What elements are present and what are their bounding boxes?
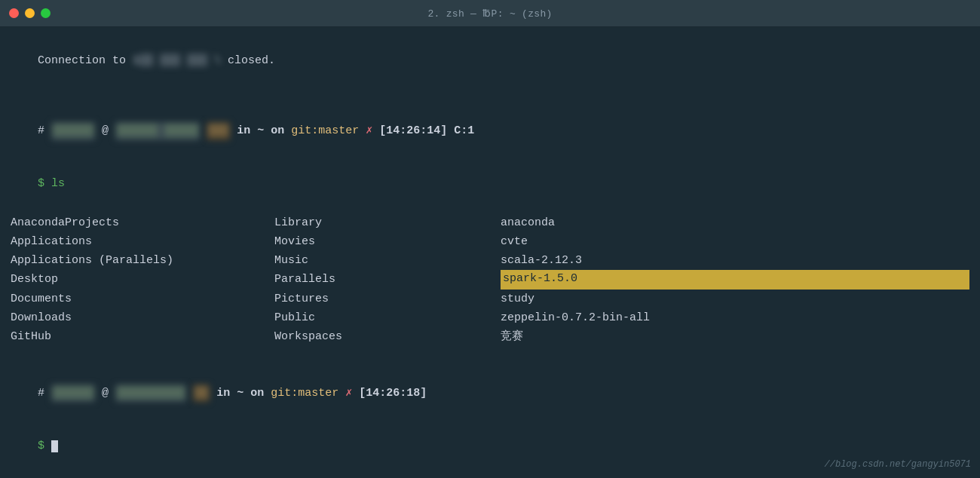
- ls-item: study: [501, 290, 969, 308]
- terminal-body: Connection to 1▒▒ ▒▒▒ ▒▒▒ \ closed. # ▒▒…: [0, 27, 980, 478]
- cursor: [51, 440, 58, 452]
- minimize-button[interactable]: [25, 8, 35, 18]
- ls-item: Movies: [274, 232, 501, 251]
- ls-item-highlighted: spark-1.5.0: [501, 270, 969, 289]
- ls-item: Documents: [11, 290, 274, 308]
- prompt-line-1: # ▒▒▒▒▒▒ @ ▒▒▒▒▒▒ ▒▒▒▒▒ ▒▒▒ in ~ on git:…: [11, 105, 969, 158]
- title-bar: 2. zsh — ℔P: ~ (zsh): [0, 0, 980, 27]
- maximize-button[interactable]: [41, 8, 51, 18]
- prompt-hash: #: [38, 124, 51, 137]
- ls-item: AnacondaProjects: [11, 213, 274, 232]
- traffic-lights: [9, 8, 51, 18]
- dollar-sign: $: [38, 177, 51, 190]
- ls-command: ls: [51, 177, 65, 190]
- ls-item: Library: [274, 213, 501, 232]
- ls-item: Pictures: [274, 290, 501, 308]
- command-ls: $ ls: [11, 158, 969, 210]
- watermark: //blog.csdn.net/gangyin5071: [825, 458, 971, 472]
- ls-item: Desktop: [11, 270, 274, 289]
- ls-item: Workspaces: [274, 327, 501, 346]
- ls-item: Parallels: [274, 270, 501, 289]
- ls-item: Public: [274, 308, 501, 327]
- prompt-line-2: # ▒▒▒▒▒▒ @ ▒▒▒▒▒▒▒▒▒▒ ▒▒ in ~ on git:mas…: [11, 367, 969, 420]
- window-title: 2. zsh — ℔P: ~ (zsh): [427, 8, 552, 20]
- ls-item: scala-2.12.3: [501, 251, 969, 270]
- prompt-hash-2: #: [38, 387, 51, 400]
- ls-item: Downloads: [11, 308, 274, 327]
- ls-item: Applications (Parallels): [11, 251, 274, 270]
- dollar-sign-2: $: [38, 440, 51, 452]
- ls-output: AnacondaProjects Library anaconda Applic…: [11, 213, 969, 347]
- ls-item: Music: [274, 251, 501, 270]
- ls-item: 竞赛: [501, 327, 969, 346]
- close-button[interactable]: [9, 8, 19, 18]
- ls-item: Applications: [11, 232, 274, 251]
- connection-line: Connection to 1▒▒ ▒▒▒ ▒▒▒ \ closed.: [11, 35, 969, 87]
- ls-item: anaconda: [501, 213, 969, 232]
- ls-item: zeppelin-0.7.2-bin-all: [501, 308, 969, 327]
- ls-item: GitHub: [11, 327, 274, 346]
- ls-item: cvte: [501, 232, 969, 251]
